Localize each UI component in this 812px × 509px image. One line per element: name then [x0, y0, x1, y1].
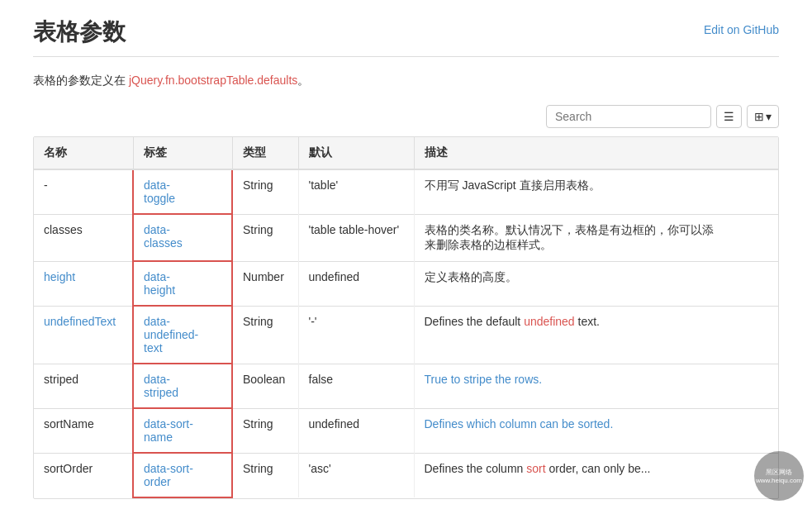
cell-tag: data-sort- name — [133, 408, 232, 453]
col-header-name: 名称 — [34, 137, 133, 169]
cell-default: 'table' — [298, 169, 414, 214]
cell-type: String — [232, 306, 298, 364]
name-link[interactable]: height — [44, 270, 75, 283]
tag-value: data- undefined- text — [144, 315, 198, 354]
cell-tag: data- undefined- text — [133, 306, 232, 364]
cell-tag: data- classes — [133, 214, 232, 261]
cell-tag: data- striped — [133, 364, 232, 408]
cell-type: String — [232, 453, 298, 497]
cell-default: '-' — [298, 306, 414, 364]
table-row: -data- toggleString'table'不用写 JavaScript… — [34, 169, 778, 214]
cell-name: height — [34, 261, 133, 306]
cell-desc: Defines which column can be sorted. — [414, 408, 778, 453]
dropdown-icon: ▾ — [766, 110, 772, 123]
table-row: sortOrderdata-sort- orderString'asc'Defi… — [34, 453, 778, 497]
table-row: undefinedTextdata- undefined- textString… — [34, 306, 778, 364]
col-header-desc: 描述 — [414, 137, 778, 169]
cell-desc: 定义表格的高度。 — [414, 261, 778, 306]
cell-type: Number — [232, 261, 298, 306]
table-header-row: 名称 标签 类型 默认 描述 — [34, 137, 778, 169]
cell-name: undefinedText — [34, 306, 133, 364]
cell-type: String — [232, 408, 298, 453]
main-table: 名称 标签 类型 默认 描述 -data- toggleString'table… — [34, 137, 778, 498]
table-row: sortNamedata-sort- nameStringundefinedDe… — [34, 408, 778, 453]
desc-prefix: 表格的参数定义在 — [33, 74, 129, 87]
cell-name: - — [34, 169, 133, 214]
grid-view-button[interactable]: ⊞ ▾ — [747, 105, 779, 128]
edit-github-link[interactable]: Edit on GitHub — [704, 23, 779, 36]
cell-default: undefined — [298, 261, 414, 306]
tag-value: data- classes — [144, 223, 183, 250]
cell-desc: Defines the column sort order, can only … — [414, 453, 778, 497]
col-header-default: 默认 — [298, 137, 414, 169]
cell-desc: 表格的类名称。默认情况下，表格是有边框的，你可以添 来删除表格的边框样式。 — [414, 214, 778, 261]
cell-desc: 不用写 JavaScript 直接启用表格。 — [414, 169, 778, 214]
cell-tag: data- toggle — [133, 169, 232, 214]
page-title: 表格参数 — [33, 17, 126, 48]
cell-name: sortName — [34, 408, 133, 453]
search-input[interactable] — [546, 105, 711, 128]
col-header-type: 类型 — [232, 137, 298, 169]
cell-name: classes — [34, 214, 133, 261]
cell-type: Boolean — [232, 364, 298, 408]
cell-desc: Defines the default undefined text. — [414, 306, 778, 364]
tag-value: data- toggle — [144, 178, 175, 205]
defaults-link[interactable]: jQuery.fn.bootstrapTable.defaults — [129, 74, 297, 87]
cell-type: String — [232, 214, 298, 261]
tag-value: data- height — [144, 270, 175, 297]
page-container: 表格参数 Edit on GitHub 表格的参数定义在 jQuery.fn.b… — [0, 0, 812, 509]
cell-type: String — [232, 169, 298, 214]
tag-value: data-sort- order — [144, 462, 193, 488]
cell-tag: data- height — [133, 261, 232, 306]
grid-view-icon: ⊞ — [754, 110, 764, 123]
table-row: heightdata- heightNumberundefined定义表格的高度… — [34, 261, 778, 306]
cell-name: sortOrder — [34, 453, 133, 497]
desc-sort-highlight: sort — [526, 462, 545, 475]
watermark-text: 黑区网络www.heiqu.com — [756, 468, 802, 484]
cell-default: 'asc' — [298, 453, 414, 497]
cell-desc: True to stripe the rows. — [414, 364, 778, 408]
col-header-tag: 标签 — [133, 137, 232, 169]
desc-highlight: undefined — [524, 315, 575, 328]
desc-suffix: 。 — [297, 74, 309, 87]
cell-name: striped — [34, 364, 133, 408]
cell-tag: data-sort- order — [133, 453, 232, 497]
cell-default: undefined — [298, 408, 414, 453]
cell-default: false — [298, 364, 414, 408]
cell-default: 'table table-hover' — [298, 214, 414, 261]
header-area: 表格参数 Edit on GitHub — [33, 17, 779, 57]
table-row: stripeddata- stripedBooleanfalseTrue to … — [34, 364, 778, 408]
table-wrapper: 名称 标签 类型 默认 描述 -data- toggleString'table… — [33, 136, 779, 499]
toolbar-area: ☰ ⊞ ▾ — [33, 105, 779, 128]
list-view-icon: ☰ — [724, 110, 734, 123]
table-row: classesdata- classesString'table table-h… — [34, 214, 778, 261]
description: 表格的参数定义在 jQuery.fn.bootstrapTable.defaul… — [33, 74, 779, 88]
tag-value: data- striped — [144, 373, 178, 399]
tag-value: data-sort- name — [144, 417, 193, 444]
name-link[interactable]: undefinedText — [44, 315, 116, 328]
list-view-button[interactable]: ☰ — [716, 105, 742, 128]
watermark: 黑区网络www.heiqu.com — [754, 451, 804, 501]
